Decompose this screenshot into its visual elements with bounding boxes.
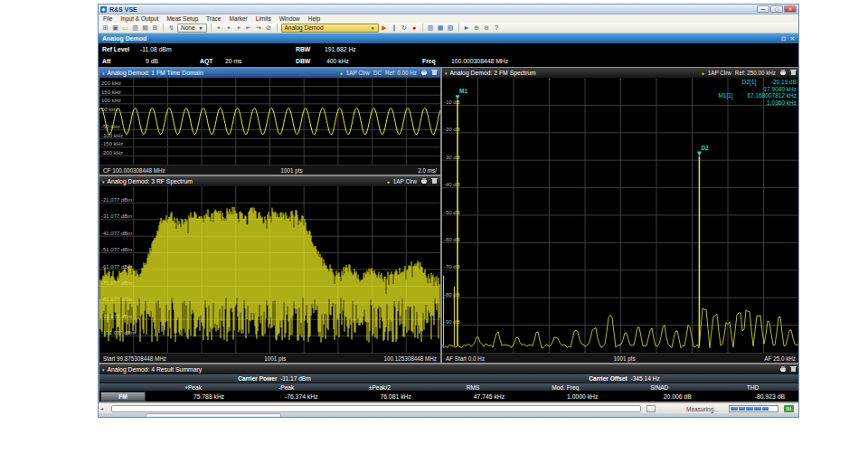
marker-m1-freq: 1.0360 kHz [767,99,797,107]
toolbar-separator [277,24,278,32]
zoom-in-icon[interactable]: ⊕ [473,24,481,32]
fm-spectrum-footer: AF Start 0.0 Hz 1001 pts AF 25.0 kHz [442,353,799,363]
maximize-button[interactable]: ▢ [770,5,783,13]
print-window-icon[interactable] [779,365,787,373]
grid-display-icon[interactable]: ▦ [437,24,445,32]
screenshot-icon[interactable]: ▣ [111,24,119,32]
att-label: Att [102,58,110,64]
record-icon[interactable]: ● [410,24,419,32]
channel-undock-icon[interactable]: ⊡ [781,35,786,43]
channel-info-bar: Ref Level -11.08 dBm RBW 191.682 Hz Att … [99,43,798,67]
marker-m1-label: M1[1] [718,92,740,99]
marker-right-icon[interactable]: ⇥ [255,24,263,32]
next-peak-icon[interactable]: ⌖ [225,24,233,32]
carrier-power-label: Carrier Power [238,375,277,382]
print-icon[interactable]: ▤ [141,24,149,32]
time-domain-plot[interactable]: 200 kHz150 kHz100 kHz50 kHz-50 kHz-100 k… [99,78,440,165]
scrollbar-thumb[interactable] [146,413,281,418]
trace-legend: 1AP Clrw [393,178,417,184]
column-peak-half: ±Peak/2 [333,384,426,391]
zoom-out-icon[interactable]: ⊖ [483,24,491,32]
fm-spectrum-title-bar[interactable]: ▾ Analog Demod: 2 FM Spectrum ● 1AP Clrw… [442,68,799,78]
select-pointer-icon[interactable]: ► [463,24,471,32]
window-menu-icon[interactable]: ▾ [102,367,105,373]
display-config-icon[interactable]: ⊞ [101,24,109,32]
aqt-value: 20 ms [225,58,242,64]
window-menu-icon[interactable]: ▾ [445,71,448,76]
svg-text:-50 kHz: -50 kHz [101,124,120,129]
open-file-icon[interactable]: ▭ [121,24,129,32]
fm-time-domain-title-bar[interactable]: ▾ Analog Demod: 1 FM Time Domain ● 1AP C… [99,68,440,78]
result-summary-header-row: +Peak -Peak ±Peak/2 RMS Mod. Freq. SINAD… [99,383,799,391]
fm-row-button[interactable]: FM [100,392,146,402]
fm-spectrum-title: Analog Demod: 2 FM Spectrum [450,70,536,76]
sequencer-field[interactable] [111,405,641,412]
coupling-label: DC [373,70,382,76]
status-detail-button[interactable] [646,405,656,412]
ref-label: Ref: 250.00 kHz [735,70,776,76]
column-rms: RMS [426,384,519,391]
column-sinad: SINAD [613,384,706,391]
save-icon[interactable]: ▥ [131,24,139,32]
delete-window-icon[interactable] [431,177,438,185]
svg-text:-31.077 dBm: -31.077 dBm [101,213,132,219]
result-summary-fm-row: FM 75.788 kHz -76.374 kHz 76.081 kHz 47.… [99,391,799,402]
marker-d2-label: D2[1] [742,79,764,86]
svg-text:100 kHz: 100 kHz [101,98,121,103]
split-display-icon[interactable]: ▥ [427,24,435,32]
print-window-icon[interactable] [420,177,428,185]
menu-item-meas-setup[interactable]: Meas Setup [166,15,198,22]
cf-label: CF 100.000308448 MHz [103,167,165,174]
marker-left-icon[interactable]: ⇤ [245,24,253,32]
channel-close-icon[interactable]: ✕ [790,35,795,43]
close-button[interactable]: ✕ [784,5,797,13]
menu-item-file[interactable]: File [103,15,112,22]
menu-item-limits[interactable]: Limits [256,15,271,22]
meas-select-combo[interactable]: None▼ [177,24,207,33]
minimize-button[interactable]: — [757,5,769,13]
svg-text:M1: M1 [459,88,467,94]
run-single-icon[interactable]: ▶ [381,24,389,32]
statusbar-collapse-handle[interactable]: ◂ [100,405,103,411]
input-source-icon[interactable]: ↯ [167,24,175,32]
pause-icon[interactable]: ∥ [391,24,399,32]
context-help-icon[interactable]: ? [493,24,501,32]
marker-off-icon[interactable]: ⊘ [265,24,273,32]
result-summary-title-bar[interactable]: ▾ Analog Demod: 4 Result Summary [99,364,799,374]
title-bar[interactable]: ◆ R&S VSE — ▢ ✕ [99,5,798,14]
af-stop-label: AF 25.0 kHz [764,355,796,362]
peak-search-icon[interactable]: ⌖ [215,24,223,32]
channel-select-combo[interactable]: Analog Demod▼ [281,24,379,33]
vse-status-icon [784,405,794,412]
min-peak-icon[interactable]: ⌖ [235,24,243,32]
window-menu-icon[interactable]: ▾ [102,179,105,184]
rf-spectrum-title-bar[interactable]: ▾ Analog Demod: 3 RF Spectrum ● 1AP Clrw [99,176,440,186]
channel-tab-analog-demod[interactable]: Analog Demod [102,35,146,42]
menu-item-marker[interactable]: Marker [229,15,247,22]
menu-item-help[interactable]: Help [308,15,320,22]
att-value: 9 dB [146,58,158,64]
value-rms: 47.745 kHz [426,393,519,400]
menu-item-window[interactable]: Window [279,15,300,22]
delete-window-icon[interactable] [790,365,797,373]
rbw-label: RBW [296,46,310,52]
delete-window-icon[interactable] [790,69,797,77]
carrier-row: Carrier Power -11.17 dBm Carrier Offset … [99,374,799,383]
horizontal-scrollbar[interactable] [99,413,798,418]
new-window-icon[interactable]: ⊞ [151,24,159,32]
svg-text:D2: D2 [701,145,709,151]
print-window-icon[interactable] [420,69,428,77]
window-menu-icon[interactable]: ▾ [102,71,105,76]
print-window-icon[interactable] [779,69,787,77]
column-peak-neg: -Peak [240,384,333,391]
overlay-display-icon[interactable]: ▧ [447,24,455,32]
rf-spectrum-plot[interactable]: -21.077 dBm-31.077 dBm-41.077 dBm-51.077… [99,186,440,353]
trace-active-icon: ● [387,179,390,184]
menu-item-input-output[interactable]: Input & Output [120,15,158,22]
fm-spectrum-plot[interactable]: -10 dB-20 dB-30 dB-40 dB-50 dB-60 dB-70 … [442,78,799,353]
delete-window-icon[interactable] [431,69,438,77]
svg-text:-200 kHz: -200 kHz [101,150,123,156]
menu-item-trace[interactable]: Trace [206,15,221,22]
marker-info-table: D2[1]-20.19 dB 17.9040 kHz M1[1]67.16800… [718,79,797,106]
continuous-run-icon[interactable]: ↻ [401,24,409,32]
